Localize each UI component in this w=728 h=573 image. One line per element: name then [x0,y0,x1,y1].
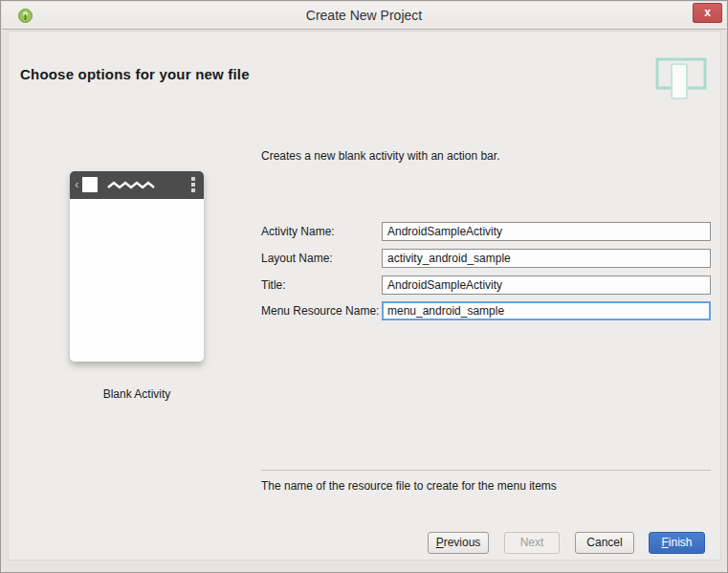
menu-resource-name-label: Menu Resource Name: [261,301,379,320]
layout-name-label: Layout Name: [261,249,333,268]
page-title: Choose options for your new file [20,66,250,82]
activity-name-input[interactable] [382,222,711,241]
blank-activity-preview[interactable]: ‹ [70,171,204,362]
cancel-button[interactable]: Cancel [575,532,634,554]
activity-description: Creates a new blank activity with an act… [261,149,499,163]
close-button[interactable]: x [693,3,722,23]
layout-name-input[interactable] [382,249,711,268]
field-help-text: The name of the resource file to create … [261,479,557,493]
activity-gallery-icon [655,56,707,100]
close-icon: x [704,6,711,19]
activity-name-label: Activity Name: [261,222,335,241]
help-divider [261,470,711,471]
next-button[interactable]: Next [504,532,560,554]
app-icon-placeholder [82,177,98,192]
preview-label: Blank Activity [41,387,232,401]
back-chevron-icon: ‹ [75,177,78,192]
wizard-panel: Choose options for your new file ‹ Blank… [8,31,721,561]
title-input[interactable] [382,275,711,295]
create-new-project-dialog: Create New Project x Choose options for … [0,0,728,573]
title-placeholder-zigzag [107,181,157,190]
overflow-menu-icon [191,177,195,194]
menu-resource-name-input[interactable] [382,301,711,320]
title-label: Title: [261,275,286,295]
finish-button[interactable]: Finish [649,532,705,554]
window-title: Create New Project [2,2,726,30]
preview-action-bar: ‹ [70,171,204,199]
previous-button[interactable]: Previous [428,532,489,554]
title-bar[interactable]: Create New Project x [2,2,726,30]
